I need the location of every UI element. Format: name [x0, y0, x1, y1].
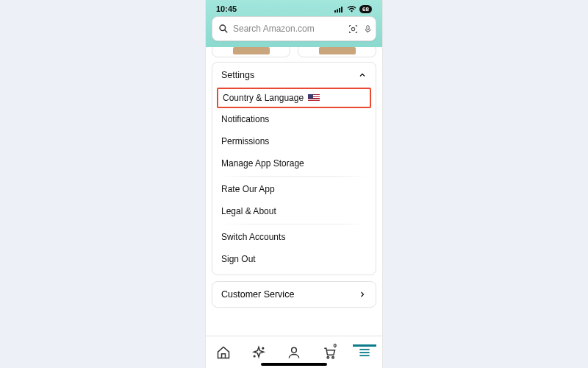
svg-point-5: [220, 25, 226, 31]
product-thumbnail[interactable]: [298, 47, 376, 57]
wifi-icon: [347, 6, 356, 13]
product-thumbnail[interactable]: [212, 47, 290, 57]
tab-account[interactable]: [284, 345, 304, 360]
svg-point-10: [254, 355, 255, 357]
search-bar[interactable]: [212, 16, 376, 41]
svg-point-11: [292, 347, 297, 353]
user-icon: [287, 345, 301, 360]
divider: [220, 224, 368, 224]
settings-item-label: Manage App Storage: [221, 158, 304, 169]
settings-item-label: Permissions: [221, 136, 269, 146]
home-indicator: [261, 363, 327, 366]
search-icon: [218, 23, 229, 35]
svg-rect-0: [334, 10, 336, 13]
divider: [220, 176, 368, 177]
svg-line-6: [225, 30, 228, 33]
app-header: 10:45 68: [206, 0, 382, 47]
settings-body: Country & Language Notifications Permiss…: [212, 88, 376, 275]
settings-item-switch-accounts[interactable]: Switch Accounts: [212, 226, 376, 248]
home-icon: [216, 345, 231, 360]
customer-service-card[interactable]: Customer Service: [212, 281, 376, 308]
status-time: 10:45: [216, 4, 237, 13]
search-wrap: [206, 16, 382, 47]
settings-item-notifications[interactable]: Notifications: [212, 108, 376, 130]
svg-rect-8: [367, 25, 369, 29]
settings-item-permissions[interactable]: Permissions: [212, 130, 376, 152]
chevron-up-icon: [358, 71, 367, 79]
settings-item-label: Rate Our App: [221, 184, 275, 194]
svg-rect-1: [337, 9, 338, 13]
svg-point-12: [327, 356, 329, 358]
settings-item-sign-out[interactable]: Sign Out: [212, 248, 376, 270]
us-flag-icon: [308, 94, 320, 102]
settings-item-label: Legal & About: [221, 206, 276, 216]
svg-point-13: [332, 356, 334, 358]
mic-icon[interactable]: [363, 23, 373, 35]
bottom-tab-bar: 0: [206, 336, 382, 368]
settings-header[interactable]: Settings: [212, 63, 376, 88]
settings-item-label: Notifications: [221, 114, 269, 124]
tab-menu[interactable]: [354, 345, 375, 360]
settings-item-country-language[interactable]: Country & Language: [217, 88, 371, 108]
search-input[interactable]: [233, 24, 343, 34]
content-area: Settings Country & Language Notification…: [206, 47, 382, 336]
customer-service-label: Customer Service: [221, 289, 294, 300]
settings-card: Settings Country & Language Notification…: [212, 62, 376, 275]
settings-item-label: Sign Out: [221, 254, 256, 264]
chevron-right-icon: [358, 290, 367, 299]
svg-rect-3: [341, 7, 343, 13]
settings-title: Settings: [221, 70, 254, 80]
svg-point-4: [351, 10, 352, 11]
status-bar: 10:45 68: [206, 3, 382, 16]
settings-item-label: Country & Language: [223, 93, 304, 103]
svg-rect-2: [339, 8, 340, 13]
tab-cart[interactable]: 0: [319, 345, 340, 360]
sparkle-icon: [251, 345, 266, 360]
settings-item-manage-storage[interactable]: Manage App Storage: [212, 152, 376, 174]
cellular-signal-icon: [334, 6, 344, 13]
svg-point-9: [262, 347, 264, 349]
hamburger-icon: [357, 345, 372, 360]
tab-inspire[interactable]: [248, 345, 269, 360]
tab-home[interactable]: [213, 345, 234, 360]
phone-frame: 10:45 68: [206, 0, 382, 368]
status-right: 68: [334, 5, 372, 13]
lens-icon[interactable]: [348, 23, 359, 35]
battery-icon: 68: [359, 5, 372, 13]
product-thumbnails: [212, 47, 376, 57]
settings-item-rate-app[interactable]: Rate Our App: [212, 178, 376, 200]
settings-item-legal-about[interactable]: Legal & About: [212, 200, 376, 222]
cart-count-badge: 0: [334, 342, 337, 349]
settings-item-label: Switch Accounts: [221, 232, 285, 242]
svg-point-7: [351, 27, 354, 30]
